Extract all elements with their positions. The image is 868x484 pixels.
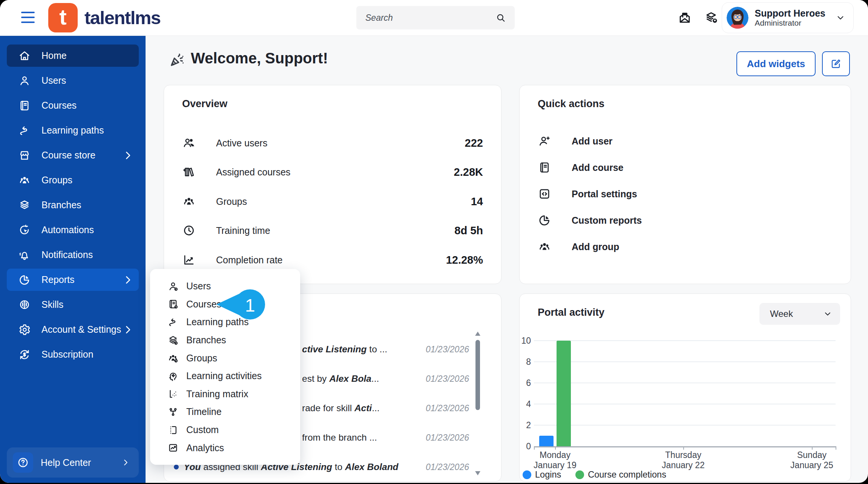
- code-box-icon: [538, 187, 551, 201]
- quick-action-add-group[interactable]: Add group: [538, 237, 619, 256]
- sidebar-item-automations[interactable]: Automations: [7, 219, 139, 241]
- event-link[interactable]: Alex Boland: [345, 462, 399, 472]
- edit-dashboard-button[interactable]: [822, 51, 850, 76]
- x-axis-tickmark: [812, 446, 813, 450]
- layers-icon: [18, 199, 31, 212]
- layers-report-icon: [167, 335, 179, 346]
- event-link[interactable]: Alex Bola: [329, 373, 371, 384]
- custom-icon: [167, 424, 179, 436]
- sidebar-item-account-settings[interactable]: Account & Settings: [7, 318, 139, 341]
- user-plus-icon: [538, 134, 551, 148]
- scroll-down-icon[interactable]: [475, 471, 480, 475]
- sidebar-item-users[interactable]: Users: [7, 69, 139, 92]
- users2-icon: [182, 136, 196, 150]
- submenu-item-groups[interactable]: Groups: [150, 349, 300, 367]
- edit-icon: [830, 58, 842, 70]
- analytics-icon: [167, 442, 179, 453]
- submenu-item-learning-paths[interactable]: Learning paths: [150, 313, 300, 331]
- book-report-icon: [167, 298, 179, 310]
- sidebar-item-label: Subscription: [41, 349, 94, 360]
- submenu-item-label: Users: [186, 281, 211, 292]
- quick-actions-card: Quick actions Add userAdd coursePortal s…: [519, 85, 851, 284]
- overview-row-assigned-courses: Assigned courses2.28K: [182, 163, 483, 181]
- submenu-item-courses[interactable]: Courses: [150, 295, 300, 313]
- sidebar-item-label: Course store: [41, 150, 95, 161]
- sidebar-item-skills[interactable]: Skills: [7, 293, 139, 316]
- scroll-up-icon[interactable]: [475, 332, 480, 336]
- event-description: rade for skill Acti...: [302, 403, 380, 413]
- sidebar-item-courses[interactable]: Courses: [7, 94, 139, 117]
- user-menu[interactable]: Support Heroes Administrator: [722, 2, 854, 33]
- bar-course-completions: [557, 341, 571, 446]
- sidebar-item-home[interactable]: Home: [7, 45, 139, 67]
- user-name: Support Heroes: [755, 8, 825, 19]
- quick-action-custom-reports[interactable]: Custom reports: [538, 211, 642, 230]
- add-widgets-button[interactable]: Add widgets: [736, 51, 816, 76]
- submenu-item-label: Training matrix: [186, 389, 248, 399]
- x-axis-tickmark: [534, 446, 535, 450]
- path-icon: [18, 124, 31, 137]
- hamburger-menu-icon[interactable]: [21, 12, 35, 23]
- portal-activity-card: Portal activity Week 1086420MondayJanuar…: [519, 293, 851, 482]
- automation-icon: [18, 224, 31, 237]
- chevron-right-icon: [121, 458, 130, 467]
- quick-action-add-course[interactable]: Add course: [538, 158, 624, 177]
- brain-icon: [18, 298, 31, 311]
- gridline: [534, 425, 836, 426]
- sidebar-item-course-store[interactable]: Course store: [7, 144, 139, 166]
- quick-action-label: Add course: [572, 162, 624, 173]
- overview-title: Overview: [182, 98, 227, 110]
- groups-report-icon: [167, 352, 179, 364]
- submenu-item-analytics[interactable]: Analytics: [150, 439, 300, 457]
- sidebar-nav: HomeUsersCoursesLearning pathsCourse sto…: [0, 45, 146, 366]
- event-text: to ...: [367, 344, 387, 354]
- search-icon[interactable]: [495, 12, 506, 23]
- search-input[interactable]: [356, 13, 495, 23]
- event-link[interactable]: Acti: [354, 403, 372, 413]
- branch-stack-icon[interactable]: [704, 10, 719, 25]
- overview-row-completion-rate: Completion rate12.28%: [182, 250, 483, 269]
- submenu-item-timeline[interactable]: Timeline: [150, 403, 300, 421]
- event-link[interactable]: ctive Listening: [302, 344, 367, 354]
- submenu-item-custom[interactable]: Custom: [150, 421, 300, 439]
- messages-icon[interactable]: [677, 10, 692, 25]
- quick-action-portal-settings[interactable]: Portal settings: [538, 184, 637, 203]
- legend-dot-icon: [575, 470, 584, 479]
- event-description: from the branch ...: [302, 432, 377, 443]
- submenu-item-label: Learning paths: [186, 317, 248, 327]
- sidebar-item-notifications[interactable]: Notifications: [7, 244, 139, 266]
- sidebar-item-learning-paths[interactable]: Learning paths: [7, 119, 139, 141]
- submenu-item-learning-activities[interactable]: Learning activities: [150, 367, 300, 385]
- sidebar-item-subscription[interactable]: Subscription: [7, 343, 139, 366]
- sidebar-item-label: Branches: [41, 200, 81, 211]
- timeline-icon: [167, 406, 179, 418]
- sidebar-item-groups[interactable]: Groups: [7, 169, 139, 191]
- submenu-item-users[interactable]: Users: [150, 277, 300, 295]
- event-text: ...: [372, 403, 379, 413]
- sidebar-item-reports[interactable]: Reports: [7, 269, 139, 291]
- scrollbar-thumb[interactable]: [475, 340, 480, 410]
- sidebar-item-label: Notifications: [41, 249, 93, 260]
- timeline-scrollbar[interactable]: [475, 332, 481, 475]
- sidebar-item-help-center[interactable]: Help Center: [7, 447, 139, 478]
- app-window: t talentlms Support He: [0, 0, 868, 483]
- chevron-right-icon: [121, 273, 134, 286]
- submenu-item-branches[interactable]: Branches: [150, 331, 300, 349]
- clock-icon: [182, 224, 196, 237]
- metric-label: Assigned courses: [216, 167, 290, 178]
- submenu-item-label: Branches: [186, 335, 226, 346]
- groups-icon: [18, 174, 31, 187]
- sidebar-item-label: Reports: [41, 274, 75, 285]
- submenu-item-training-matrix[interactable]: Training matrix: [150, 385, 300, 403]
- sidebar-item-label: Automations: [41, 224, 94, 235]
- quick-action-label: Add group: [572, 241, 619, 252]
- sidebar-item-branches[interactable]: Branches: [7, 194, 139, 216]
- activity-chart: 1086420MondayJanuary 19ThursdayJanuary 2…: [520, 294, 851, 481]
- pie-icon: [18, 273, 31, 286]
- talentlms-logo[interactable]: t: [48, 3, 78, 32]
- event-description: ctive Listening to ...: [302, 344, 387, 355]
- y-axis-tick: 6: [520, 378, 531, 388]
- quick-action-add-user[interactable]: Add user: [538, 132, 612, 151]
- groups-icon: [538, 240, 551, 254]
- y-axis-tick: 4: [520, 399, 531, 409]
